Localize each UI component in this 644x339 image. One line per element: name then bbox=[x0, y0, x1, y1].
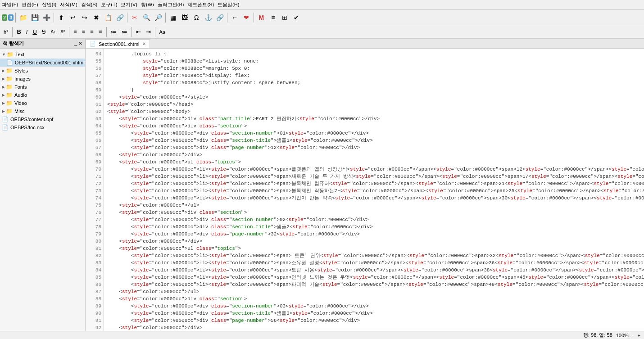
zoom-in-btn[interactable]: 🔎 bbox=[153, 12, 163, 23]
menu-help[interactable]: 도움말(H) bbox=[218, 1, 239, 8]
menu-plugin[interactable]: 플러그인(B) bbox=[158, 1, 184, 8]
fmt-underline-btn[interactable]: U bbox=[31, 27, 38, 37]
add-btn[interactable]: ➕ bbox=[41, 12, 52, 23]
panel-close-icon[interactable]: ✕ bbox=[78, 41, 82, 46]
status-minus-btn[interactable]: - bbox=[632, 333, 634, 338]
list1-btn[interactable]: ≡ bbox=[268, 12, 278, 23]
status-zoom: 100% bbox=[616, 333, 629, 338]
toolbar-green-btn[interactable]: 2 bbox=[2, 14, 7, 21]
tree-item-audio-folder[interactable]: ▶ 📁 Audio bbox=[0, 91, 85, 99]
list2-btn[interactable]: ⊞ bbox=[279, 12, 290, 23]
tree-item-section0001[interactable]: 📄 OEBPS/Text/Section0001.xhtml bbox=[0, 59, 85, 67]
fmt-italic-btn[interactable]: I bbox=[24, 27, 30, 37]
tree-item-styles-folder[interactable]: ▶ 📁 Styles bbox=[0, 67, 85, 75]
tree-label: OEBPS/Text/Section0001.xhtml bbox=[15, 60, 85, 65]
toolbar-separator-6 bbox=[254, 13, 254, 23]
status-plus-btn[interactable]: + bbox=[638, 333, 640, 338]
folder-icon: 📁 bbox=[6, 76, 13, 82]
fmt-sub-btn[interactable]: A₁ bbox=[49, 27, 57, 37]
file-tree: ▼ 📁 Text 📄 OEBPS/Text/Section0001.xhtml … bbox=[0, 49, 85, 339]
undo-btn[interactable]: ↩ bbox=[68, 12, 78, 23]
tree-label: Misc bbox=[14, 108, 25, 114]
fmt-indent-in-btn[interactable]: ⇥ bbox=[144, 27, 153, 37]
fmt-bold-btn[interactable]: B bbox=[15, 27, 23, 37]
copy-btn[interactable]: 📋 bbox=[103, 12, 113, 23]
tree-toggle: ▶ bbox=[2, 93, 5, 97]
tree-item-toc-ncx[interactable]: 📄 OEBPS/toc.ncx bbox=[0, 123, 85, 131]
menu-checkfont[interactable]: 체크폰트(S) bbox=[187, 1, 214, 8]
arrow-up-btn[interactable]: ⬆ bbox=[56, 12, 67, 23]
back-btn[interactable]: ← bbox=[229, 12, 240, 23]
fmt-align-left-btn[interactable]: ≡ bbox=[72, 27, 79, 37]
menu-edit[interactable]: 편집(E) bbox=[22, 1, 38, 8]
fmt-align-center-btn[interactable]: ≡ bbox=[80, 27, 87, 37]
code-content[interactable]: .topics li { style="color:#0088cc">list-… bbox=[104, 49, 644, 333]
tree-item-images-folder[interactable]: ▶ 📁 Images bbox=[0, 75, 85, 83]
check-btn[interactable]: ✔ bbox=[291, 12, 302, 23]
fmt-align-right-btn[interactable]: ≡ bbox=[88, 27, 95, 37]
menu-view[interactable]: 보기(V) bbox=[121, 1, 137, 8]
tree-label: Audio bbox=[14, 92, 27, 98]
left-panel: 책 탐색기 _ ✕ ▼ 📁 Text 📄 OEBPS/Text/Section0… bbox=[0, 39, 86, 339]
heart-btn[interactable]: ❤ bbox=[241, 12, 252, 23]
tree-item-misc-folder[interactable]: ▶ 📁 Misc bbox=[0, 107, 85, 115]
tree-item-fonts-folder[interactable]: ▶ 📁 Fonts bbox=[0, 83, 85, 91]
toolbar-separator-4 bbox=[165, 13, 166, 23]
fmt-aa-btn[interactable]: Aa bbox=[158, 27, 167, 37]
toolbar-num-btn[interactable]: 3 bbox=[8, 14, 14, 21]
fmt-ol-btn[interactable]: ≔ bbox=[120, 27, 129, 37]
folder-icon: 📁 bbox=[6, 100, 13, 106]
fmt-sep-4 bbox=[132, 27, 132, 37]
tab-label: Section0001.xhtml bbox=[99, 41, 140, 47]
tree-item-content-opf[interactable]: 📄 OEBPS/content.opf bbox=[0, 115, 85, 123]
center-panel: 📄 Section0001.xhtml ✕ 545556575859606162… bbox=[86, 39, 644, 339]
menu-search[interactable]: 검색(S) bbox=[81, 1, 98, 8]
save-btn[interactable]: 💾 bbox=[29, 12, 40, 23]
tree-item-text-folder[interactable]: ▼ 📁 Text bbox=[0, 50, 85, 59]
file-icon: 📄 bbox=[2, 116, 9, 122]
line-numbers: 5455565758596061626364656667686970717273… bbox=[86, 49, 104, 333]
table-btn[interactable]: ▦ bbox=[168, 12, 178, 23]
image-btn[interactable]: 🖼 bbox=[179, 12, 190, 23]
special-char-btn[interactable]: Ω bbox=[191, 12, 202, 23]
status-bar: 행: 98, 열: 58 100% - + bbox=[0, 331, 644, 339]
fmt-sep-2 bbox=[69, 27, 69, 37]
file-icon: 📄 bbox=[6, 59, 13, 66]
fmt-indent-out-btn[interactable]: ⇤ bbox=[134, 27, 143, 37]
tree-label: Text bbox=[15, 52, 24, 57]
fmt-strike-btn[interactable]: S bbox=[40, 27, 48, 37]
panel-minimize-icon[interactable]: _ bbox=[74, 41, 77, 46]
cut-btn[interactable]: ✂ bbox=[129, 12, 140, 23]
fmt-h-btn[interactable]: h* bbox=[2, 27, 10, 37]
tab-close-btn[interactable]: ✕ bbox=[142, 41, 146, 46]
editor-tab-section0001[interactable]: 📄 Section0001.xhtml ✕ bbox=[86, 39, 150, 48]
tree-toggle: ▶ bbox=[2, 68, 5, 73]
zoom-out-btn[interactable]: 🔍 bbox=[141, 12, 152, 23]
cross-btn[interactable]: ✖ bbox=[91, 12, 102, 23]
hyperlink-btn[interactable]: 🔗 bbox=[214, 12, 225, 23]
tree-item-video-folder[interactable]: ▶ 📁 Video bbox=[0, 99, 85, 107]
tree-toggle: ▼ bbox=[2, 52, 6, 57]
format-toolbar: h* B I U S A₁ A² ≡ ≡ ≡ ≡ ≔ ≔ ⇤ ⇥ Aa bbox=[0, 25, 644, 39]
folder-icon: 📁 bbox=[7, 51, 14, 58]
open-folder-btn[interactable]: 📁 bbox=[18, 12, 28, 23]
panel-icons: _ ✕ bbox=[74, 41, 82, 46]
main-layout: 책 탐색기 _ ✕ ▼ 📁 Text 📄 OEBPS/Text/Section0… bbox=[0, 39, 644, 339]
redo-btn[interactable]: ↪ bbox=[79, 12, 90, 23]
folder-icon: 📁 bbox=[6, 84, 13, 90]
fmt-align-justify-btn[interactable]: ≡ bbox=[97, 27, 104, 37]
file-icon: 📄 bbox=[2, 124, 9, 131]
fmt-ul-btn[interactable]: ≔ bbox=[109, 27, 118, 37]
menu-insert[interactable]: 삽입(I) bbox=[42, 1, 56, 8]
code-area[interactable]: 5455565758596061626364656667686970717273… bbox=[86, 49, 644, 333]
menu-window[interactable]: 창(W) bbox=[141, 1, 154, 8]
menu-file[interactable]: 파일(F) bbox=[2, 1, 18, 8]
link-btn[interactable]: 🔗 bbox=[114, 12, 125, 23]
menu-tools[interactable]: 도구(T) bbox=[101, 1, 117, 8]
m-btn[interactable]: M bbox=[256, 12, 267, 23]
menu-format[interactable]: 서식(M) bbox=[60, 1, 77, 8]
anchor-btn[interactable]: ⚓ bbox=[203, 12, 213, 23]
folder-icon: 📁 bbox=[6, 68, 13, 74]
fmt-sup-btn[interactable]: A² bbox=[59, 27, 67, 37]
tree-label: Images bbox=[14, 76, 31, 81]
